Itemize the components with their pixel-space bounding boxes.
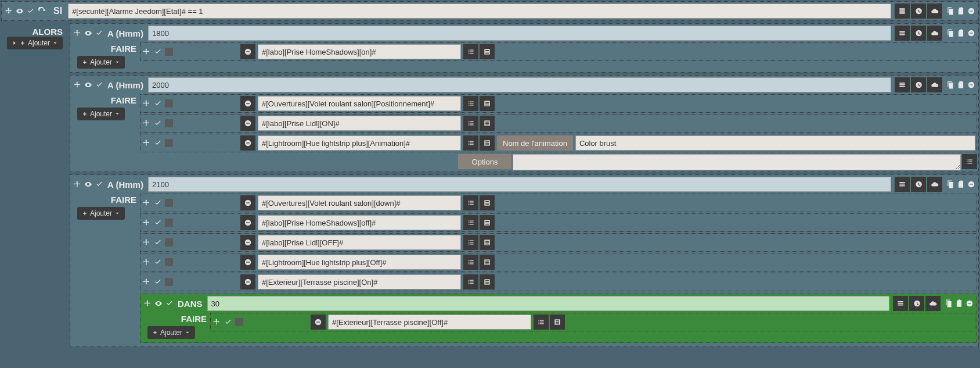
- list-icon[interactable]: [463, 195, 478, 210]
- check-icon[interactable]: [153, 119, 163, 128]
- drag-handle-icon[interactable]: [142, 277, 151, 287]
- cloud-icon[interactable]: [927, 177, 942, 192]
- drag-handle-icon[interactable]: [4, 6, 13, 16]
- edit-icon[interactable]: [895, 26, 910, 41]
- remove-icon[interactable]: [967, 28, 976, 38]
- detail-icon[interactable]: [480, 274, 495, 290]
- drag-handle-icon[interactable]: [73, 80, 82, 90]
- drag-handle-icon[interactable]: [142, 238, 151, 247]
- toggle-square[interactable]: [165, 139, 173, 147]
- remove-action-icon[interactable]: [240, 116, 255, 131]
- list-icon[interactable]: [534, 315, 549, 330]
- ajouter-button[interactable]: Ajouter: [77, 108, 125, 120]
- check-icon[interactable]: [153, 218, 163, 227]
- eye-icon[interactable]: [15, 6, 24, 16]
- history-icon[interactable]: [911, 3, 926, 19]
- eye-icon[interactable]: [154, 299, 163, 308]
- check-icon[interactable]: [95, 80, 104, 90]
- drag-handle-icon[interactable]: [142, 138, 151, 148]
- copy-icon[interactable]: [946, 80, 955, 90]
- ajouter-button[interactable]: Ajouter: [77, 207, 125, 220]
- detail-icon[interactable]: [480, 195, 495, 210]
- paste-icon[interactable]: [956, 180, 965, 189]
- remove-action-icon[interactable]: [240, 235, 255, 250]
- drag-handle-icon[interactable]: [142, 258, 151, 267]
- copy-icon[interactable]: [944, 299, 953, 308]
- list-icon[interactable]: [463, 116, 478, 131]
- eye-icon[interactable]: [84, 28, 93, 38]
- copy-icon[interactable]: [946, 6, 955, 16]
- remove-icon[interactable]: [967, 180, 976, 189]
- toggle-square[interactable]: [165, 99, 173, 108]
- drag-handle-icon[interactable]: [142, 198, 151, 208]
- remove-action-icon[interactable]: [240, 44, 255, 59]
- edit-icon[interactable]: [895, 3, 910, 19]
- check-icon[interactable]: [224, 317, 233, 327]
- eye-icon[interactable]: [84, 80, 93, 90]
- action-command-input[interactable]: [258, 274, 461, 290]
- action-command-input[interactable]: [258, 235, 461, 250]
- detail-icon[interactable]: [480, 135, 495, 151]
- check-icon[interactable]: [153, 238, 163, 247]
- remove-action-icon[interactable]: [240, 255, 255, 270]
- action-command-input[interactable]: [258, 44, 461, 59]
- check-icon[interactable]: [153, 198, 163, 208]
- cloud-icon[interactable]: [927, 77, 942, 92]
- toggle-square[interactable]: [165, 278, 173, 286]
- copy-icon[interactable]: [946, 180, 955, 189]
- remove-icon[interactable]: [965, 299, 974, 308]
- list-icon[interactable]: [463, 235, 478, 250]
- eye-icon[interactable]: [84, 180, 93, 189]
- remove-icon[interactable]: [967, 6, 976, 16]
- list-icon[interactable]: [962, 154, 977, 169]
- check-icon[interactable]: [165, 299, 174, 308]
- toggle-square[interactable]: [235, 318, 243, 326]
- check-icon[interactable]: [95, 180, 104, 189]
- list-icon[interactable]: [463, 215, 478, 230]
- cloud-icon[interactable]: [927, 3, 942, 19]
- edit-icon[interactable]: [895, 77, 910, 92]
- check-icon[interactable]: [153, 258, 163, 267]
- remove-action-icon[interactable]: [240, 135, 255, 151]
- remove-action-icon[interactable]: [240, 96, 255, 111]
- remove-action-icon[interactable]: [240, 215, 255, 230]
- toggle-square[interactable]: [165, 238, 173, 246]
- action-command-input[interactable]: [258, 215, 461, 230]
- copy-icon[interactable]: [946, 28, 955, 38]
- check-icon[interactable]: [153, 47, 163, 56]
- detail-icon[interactable]: [480, 44, 495, 59]
- action-command-input[interactable]: [258, 255, 461, 270]
- remove-action-icon[interactable]: [240, 274, 255, 290]
- paste-icon[interactable]: [956, 28, 965, 38]
- drag-handle-icon[interactable]: [142, 47, 151, 56]
- options-textarea[interactable]: [513, 154, 961, 170]
- history-icon[interactable]: [911, 177, 926, 192]
- edit-icon[interactable]: [895, 177, 910, 192]
- drag-handle-icon[interactable]: [142, 119, 151, 128]
- remove-action-icon[interactable]: [240, 195, 255, 210]
- si-condition-input[interactable]: [68, 3, 891, 19]
- toggle-square[interactable]: [165, 258, 173, 266]
- action-command-input[interactable]: [258, 135, 461, 151]
- action-command-input[interactable]: [328, 315, 531, 330]
- detail-icon[interactable]: [480, 255, 495, 270]
- list-icon[interactable]: [463, 255, 478, 270]
- edit-icon[interactable]: [893, 296, 908, 311]
- history-icon[interactable]: [909, 296, 924, 311]
- detail-icon[interactable]: [480, 96, 495, 111]
- animation-value-input[interactable]: [575, 135, 975, 151]
- detail-icon[interactable]: [480, 116, 495, 131]
- cloud-icon[interactable]: [925, 296, 941, 311]
- remove-action-icon[interactable]: [311, 315, 326, 330]
- toggle-square[interactable]: [165, 199, 173, 207]
- list-icon[interactable]: [463, 135, 478, 151]
- check-icon[interactable]: [153, 277, 163, 287]
- detail-icon[interactable]: [480, 215, 495, 230]
- paste-icon[interactable]: [956, 80, 965, 90]
- drag-handle-icon[interactable]: [73, 28, 82, 38]
- drag-handle-icon[interactable]: [143, 299, 152, 308]
- a-time-input[interactable]: [148, 77, 891, 92]
- check-icon[interactable]: [95, 28, 104, 38]
- history-icon[interactable]: [911, 26, 926, 41]
- action-command-input[interactable]: [258, 116, 461, 131]
